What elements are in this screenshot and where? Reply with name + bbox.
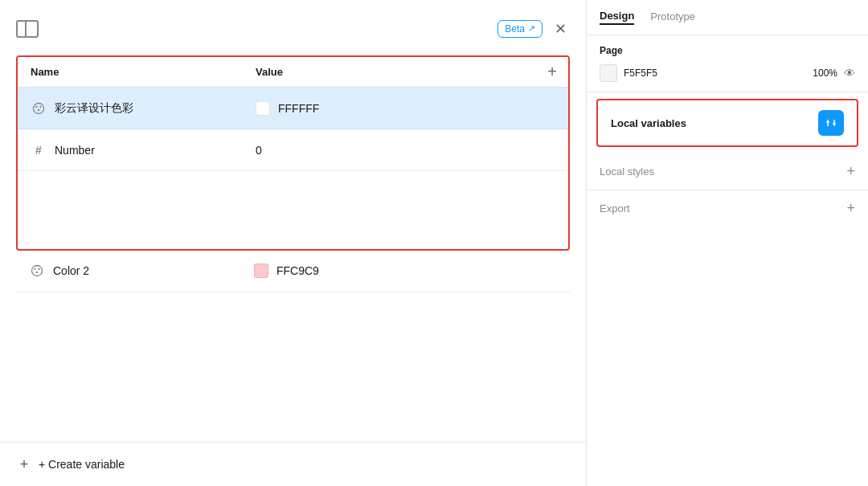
hash-icon: # — [31, 142, 47, 158]
add-column-button[interactable]: + — [536, 63, 568, 81]
row-value-cell: 0 — [243, 144, 568, 157]
toggle-sidebar-icon[interactable] — [16, 20, 39, 38]
local-styles-row: Local styles + — [587, 153, 868, 190]
table-row[interactable]: 彩云译设计色彩 FFFFFF — [18, 88, 568, 129]
variables-table: Name Value + 彩云译设计色彩 FFFFFF — [16, 55, 570, 251]
visibility-icon[interactable]: 👁 — [844, 67, 855, 80]
local-variables-button[interactable] — [818, 110, 844, 136]
page-opacity: 100% — [813, 67, 837, 79]
svg-point-1 — [35, 105, 37, 107]
svg-point-2 — [39, 105, 41, 107]
local-variables-label: Local variables — [611, 117, 686, 129]
col-name-header: Name — [18, 66, 243, 78]
palette-icon — [31, 100, 47, 116]
row-name-cell: 彩云译设计色彩 — [18, 100, 243, 116]
row-value-cell: FFC9C9 — [241, 263, 570, 278]
svg-point-4 — [32, 266, 43, 276]
row-label: 彩云译设计色彩 — [55, 101, 133, 116]
table-row[interactable]: # Number 0 — [18, 129, 568, 171]
row-name-cell: # Number — [18, 142, 243, 158]
table-outer: Color 2 FFC9C9 — [16, 251, 570, 443]
table-row[interactable]: Color 2 FFC9C9 — [16, 251, 570, 292]
svg-point-7 — [36, 272, 38, 273]
value-text: FFC9C9 — [276, 264, 319, 277]
svg-point-3 — [38, 108, 39, 110]
left-panel: Beta ↗ ✕ Name Value + — [0, 0, 587, 486]
export-row: Export + — [587, 190, 868, 227]
right-panel: Design Prototype Page F5F5F5 100% 👁 Loca… — [587, 0, 868, 486]
page-section-title: Page — [600, 45, 855, 56]
create-variable-button[interactable]: + + Create variable — [16, 456, 125, 472]
create-variable-label: + Create variable — [39, 458, 125, 471]
svg-point-0 — [34, 103, 44, 113]
page-color-row: F5F5F5 100% 👁 — [600, 64, 855, 82]
row-name-cell: Color 2 — [16, 263, 241, 279]
svg-point-5 — [34, 268, 35, 270]
beta-badge: Beta ↗ — [497, 20, 542, 38]
right-tabs: Design Prototype — [587, 0, 868, 35]
page-color-swatch[interactable] — [600, 64, 617, 82]
close-button[interactable]: ✕ — [551, 19, 570, 39]
add-local-style-button[interactable]: + — [846, 163, 855, 180]
left-header: Beta ↗ ✕ — [0, 0, 586, 44]
row-value-cell: FFFFFF — [243, 101, 568, 116]
header-right: Beta ↗ ✕ — [497, 19, 570, 39]
svg-point-6 — [38, 268, 39, 270]
bottom-bar: + + Create variable — [0, 442, 586, 486]
page-color-value: F5F5F5 — [624, 67, 806, 79]
color-swatch — [256, 101, 270, 116]
tab-prototype[interactable]: Prototype — [650, 10, 695, 24]
page-section: Page F5F5F5 100% 👁 — [587, 35, 868, 92]
plus-icon: + — [16, 456, 32, 472]
beta-label: Beta — [505, 23, 525, 35]
value-text: 0 — [256, 144, 262, 157]
tab-design[interactable]: Design — [600, 10, 634, 25]
export-label: Export — [600, 202, 630, 214]
value-text: FFFFFF — [278, 102, 319, 115]
table-header: Name Value + — [18, 57, 568, 88]
row-label: Number — [55, 144, 95, 157]
add-export-button[interactable]: + — [846, 200, 855, 217]
color-swatch — [254, 263, 268, 278]
col-value-header: Value — [243, 66, 536, 78]
external-link-icon: ↗ — [528, 23, 535, 34]
local-styles-label: Local styles — [600, 165, 654, 178]
row-label: Color 2 — [53, 264, 89, 277]
local-variables-section: Local variables — [596, 99, 858, 147]
palette-icon — [29, 263, 45, 279]
